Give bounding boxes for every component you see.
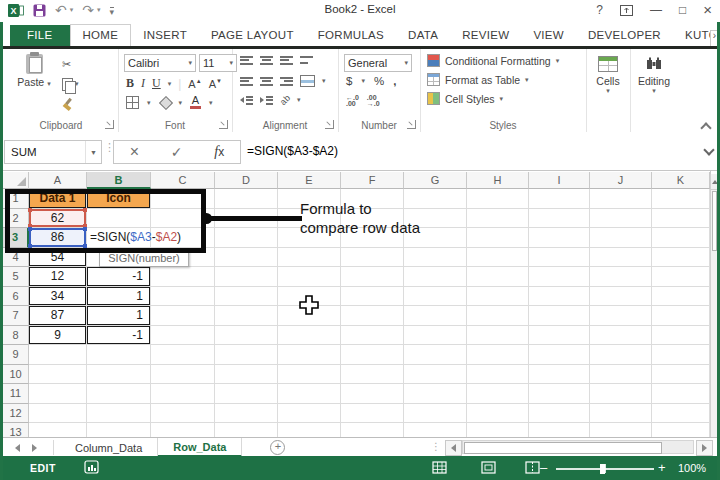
column-header-B[interactable]: B [87,172,151,189]
underline-button[interactable]: U [152,76,161,91]
cell-J7[interactable] [590,306,652,326]
middle-align-icon[interactable] [260,55,273,65]
cell-F5[interactable] [341,267,404,287]
cut-icon[interactable]: ✂ [62,58,71,71]
cell-F4[interactable] [341,248,404,268]
fill-color-icon[interactable] [159,97,171,109]
cell-B10[interactable] [87,365,151,385]
alignment-dialog-launcher-icon[interactable] [325,120,334,129]
cell-G11[interactable] [404,384,467,404]
tab-view[interactable]: VIEW [521,25,576,46]
cell-H6[interactable] [467,287,529,307]
cell-H13[interactable] [467,423,529,437]
cell-K6[interactable] [652,287,710,307]
tab-page-layout[interactable]: PAGE LAYOUT [199,25,306,46]
cell-J3[interactable] [590,228,652,248]
cell-I12[interactable] [529,404,590,424]
cell-K4[interactable] [652,248,710,268]
enter-formula-icon[interactable]: ✓ [171,144,183,160]
cell-D8[interactable] [215,326,278,346]
cell-F6[interactable] [341,287,404,307]
row-header-9[interactable]: 9 [3,345,29,365]
cell-G13[interactable] [404,423,467,437]
tab-data[interactable]: DATA [396,25,450,46]
cell-B8[interactable]: -1 [87,326,151,346]
cell-E10[interactable] [278,365,341,385]
decrease-decimal-icon[interactable]: .00→.0 [367,95,380,107]
column-header-G[interactable]: G [404,172,467,189]
cell-K3[interactable] [652,228,710,248]
cell-F11[interactable] [341,384,404,404]
cell-G4[interactable] [404,248,467,268]
zoom-slider-thumb[interactable] [600,464,605,474]
cell-K10[interactable] [652,365,710,385]
cell-F13[interactable] [341,423,404,437]
minimize-button[interactable]: — [650,2,662,18]
column-header-C[interactable]: C [151,172,215,189]
cell-J8[interactable] [590,326,652,346]
cell-J1[interactable] [590,189,652,209]
cell-J2[interactable] [590,209,652,229]
cell-H11[interactable] [467,384,529,404]
cell-D1[interactable] [215,189,278,209]
tab-formulas[interactable]: FORMULAS [306,25,396,46]
column-header-I[interactable]: I [529,172,590,189]
cell-C5[interactable] [151,267,215,287]
cell-G5[interactable] [404,267,467,287]
cell-I4[interactable] [529,248,590,268]
increase-font-size-button[interactable]: A▲ [188,78,201,90]
cell-H8[interactable] [467,326,529,346]
cell-E13[interactable] [278,423,341,437]
cell-D3[interactable] [215,228,278,248]
cell-B5[interactable]: -1 [87,267,151,287]
cell-D4[interactable] [215,248,278,268]
font-dialog-launcher-icon[interactable] [219,120,228,129]
cancel-formula-icon[interactable]: × [130,145,139,159]
cell-J4[interactable] [590,248,652,268]
cell-F10[interactable] [341,365,404,385]
cells-button[interactable]: Cells▾ [586,56,630,95]
cell-D12[interactable] [215,404,278,424]
cell-C8[interactable] [151,326,215,346]
horizontal-scrollbar[interactable] [462,440,694,454]
cell-C11[interactable] [151,384,215,404]
cell-F7[interactable] [341,306,404,326]
cell-B11[interactable] [87,384,151,404]
copy-icon[interactable] [62,78,73,91]
cell-I11[interactable] [529,384,590,404]
cell-I10[interactable] [529,365,590,385]
cell-A7[interactable]: 87 [29,306,87,326]
cell-K1[interactable] [652,189,710,209]
cell-J13[interactable] [590,423,652,437]
percent-format-icon[interactable]: % [374,75,384,87]
cell-G8[interactable] [404,326,467,346]
cell-H2[interactable] [467,209,529,229]
currency-format-icon[interactable]: $ [346,75,352,87]
tab-developer[interactable]: DEVELOPER [576,25,673,46]
orientation-icon[interactable]: ab [278,93,292,107]
cell-E12[interactable] [278,404,341,424]
row-header-12[interactable]: 12 [3,404,29,424]
cell-I1[interactable] [529,189,590,209]
formula-input[interactable]: =SIGN($A3-$A2) [247,140,698,162]
styles-item-conditional-formatting[interactable]: Conditional Formatting▾ [427,53,586,68]
cell-C13[interactable] [151,423,215,437]
horizontal-scroll-thumb[interactable] [464,442,662,454]
cell-H9[interactable] [467,345,529,365]
tab-review[interactable]: REVIEW [450,25,521,46]
cell-K8[interactable] [652,326,710,346]
help-icon[interactable]: ? [596,2,603,18]
tab-file[interactable]: FILE [10,25,70,46]
format-painter-icon[interactable] [62,98,74,110]
cell-D10[interactable] [215,365,278,385]
cell-I9[interactable] [529,345,590,365]
editing-button[interactable]: Editing▾ [630,56,678,95]
cell-J6[interactable] [590,287,652,307]
cell-I5[interactable] [529,267,590,287]
bold-button[interactable]: B [126,76,134,91]
cell-I2[interactable] [529,209,590,229]
scroll-left-icon[interactable] [445,440,462,456]
cell-H3[interactable] [467,228,529,248]
page-break-view-icon[interactable] [525,461,540,474]
collapse-ribbon-icon[interactable] [701,122,710,128]
